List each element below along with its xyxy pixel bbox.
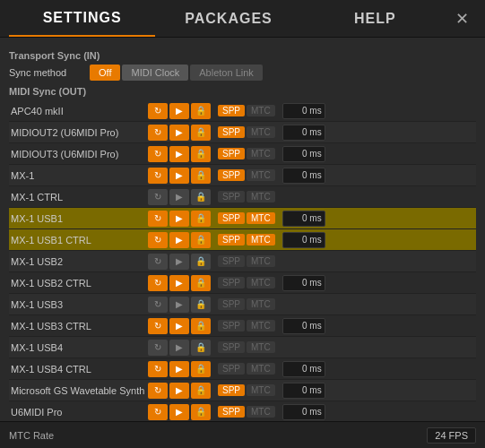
- spp-button[interactable]: SPP: [218, 234, 245, 246]
- play-button[interactable]: ▶: [169, 340, 189, 356]
- lock-button[interactable]: 🔒: [191, 340, 211, 356]
- ms-input[interactable]: [282, 318, 325, 334]
- nav-packages[interactable]: PACKAGES: [155, 2, 301, 36]
- spp-button[interactable]: SPP: [218, 384, 245, 396]
- clock-button[interactable]: ↻: [148, 103, 168, 119]
- ms-input[interactable]: [282, 168, 325, 184]
- clock-button[interactable]: ↻: [148, 146, 168, 162]
- spp-button[interactable]: SPP: [218, 255, 245, 267]
- mtc-button[interactable]: MTC: [247, 255, 275, 267]
- spp-button[interactable]: SPP: [218, 191, 245, 202]
- mtc-button[interactable]: MTC: [247, 277, 275, 289]
- spp-button[interactable]: SPP: [218, 169, 245, 181]
- close-button[interactable]: ✕: [448, 5, 476, 32]
- mtc-button[interactable]: MTC: [247, 126, 275, 138]
- play-button[interactable]: ▶: [169, 275, 189, 291]
- play-button[interactable]: ▶: [169, 168, 189, 184]
- clock-button[interactable]: ↻: [148, 232, 168, 248]
- clock-button[interactable]: ↻: [148, 361, 168, 377]
- clock-button[interactable]: ↻: [148, 211, 168, 227]
- play-button[interactable]: ▶: [169, 211, 189, 227]
- clock-button[interactable]: ↻: [148, 340, 168, 356]
- play-button[interactable]: ▶: [169, 383, 189, 399]
- lock-button[interactable]: 🔒: [191, 318, 211, 334]
- sync-off-button[interactable]: Off: [90, 65, 120, 81]
- spp-button[interactable]: SPP: [218, 212, 245, 224]
- clock-button[interactable]: ↻: [148, 254, 168, 270]
- lock-button[interactable]: 🔒: [191, 146, 211, 162]
- play-button[interactable]: ▶: [169, 297, 189, 313]
- clock-button[interactable]: ↻: [148, 318, 168, 334]
- mtc-button[interactable]: MTC: [247, 212, 275, 224]
- clock-button[interactable]: ↻: [148, 189, 168, 205]
- device-name: MX-1 USB1: [9, 213, 148, 224]
- lock-button[interactable]: 🔒: [191, 125, 211, 141]
- ms-input[interactable]: [282, 383, 325, 399]
- sync-method-label: Sync method: [9, 67, 90, 78]
- ms-input[interactable]: [282, 146, 325, 162]
- sync-midi-clock-button[interactable]: MIDI Clock: [122, 65, 188, 81]
- lock-button[interactable]: 🔒: [191, 103, 211, 119]
- lock-button[interactable]: 🔒: [191, 232, 211, 248]
- mtc-button[interactable]: MTC: [247, 148, 275, 159]
- play-button[interactable]: ▶: [169, 189, 189, 205]
- mtc-button[interactable]: MTC: [247, 234, 275, 246]
- spp-button[interactable]: SPP: [218, 341, 245, 353]
- spp-button[interactable]: SPP: [218, 148, 245, 159]
- lock-button[interactable]: 🔒: [191, 404, 211, 420]
- spp-button[interactable]: SPP: [218, 320, 245, 332]
- clock-button[interactable]: ↻: [148, 168, 168, 184]
- ms-input[interactable]: [282, 232, 325, 248]
- ms-input[interactable]: [282, 211, 325, 227]
- device-controls: ↻▶🔒SPPMTC: [148, 168, 476, 184]
- play-button[interactable]: ▶: [169, 103, 189, 119]
- spp-button[interactable]: SPP: [218, 126, 245, 138]
- device-controls: ↻▶🔒SPPMTC: [148, 404, 476, 420]
- mtc-button[interactable]: MTC: [247, 406, 275, 418]
- mtc-button[interactable]: MTC: [247, 341, 275, 353]
- device-controls: ↻▶🔒SPPMTC: [148, 125, 476, 141]
- clock-button[interactable]: ↻: [148, 297, 168, 313]
- lock-button[interactable]: 🔒: [191, 297, 211, 313]
- ms-input[interactable]: [282, 361, 325, 377]
- lock-button[interactable]: 🔒: [191, 383, 211, 399]
- mtc-button[interactable]: MTC: [247, 191, 275, 202]
- spp-button[interactable]: SPP: [218, 363, 245, 375]
- spp-button[interactable]: SPP: [218, 105, 245, 116]
- play-button[interactable]: ▶: [169, 404, 189, 420]
- play-button[interactable]: ▶: [169, 232, 189, 248]
- sync-ableton-link-button[interactable]: Ableton Link: [190, 65, 263, 81]
- ms-input[interactable]: [282, 125, 325, 141]
- lock-button[interactable]: 🔒: [191, 254, 211, 270]
- mtc-button[interactable]: MTC: [247, 105, 275, 116]
- mtc-button[interactable]: MTC: [247, 384, 275, 396]
- spp-button[interactable]: SPP: [218, 298, 245, 310]
- spp-button[interactable]: SPP: [218, 277, 245, 289]
- lock-button[interactable]: 🔒: [191, 275, 211, 291]
- play-button[interactable]: ▶: [169, 254, 189, 270]
- lock-button[interactable]: 🔒: [191, 361, 211, 377]
- ms-input[interactable]: [282, 103, 325, 119]
- device-name: MX-1 USB4: [9, 342, 148, 353]
- play-button[interactable]: ▶: [169, 146, 189, 162]
- lock-button[interactable]: 🔒: [191, 189, 211, 205]
- clock-button[interactable]: ↻: [148, 404, 168, 420]
- device-name: Microsoft GS Wavetable Synth: [9, 385, 148, 396]
- lock-button[interactable]: 🔒: [191, 168, 211, 184]
- play-button[interactable]: ▶: [169, 361, 189, 377]
- ms-input[interactable]: [282, 275, 325, 291]
- ms-input[interactable]: [282, 404, 325, 420]
- clock-button[interactable]: ↻: [148, 383, 168, 399]
- mtc-button[interactable]: MTC: [247, 320, 275, 332]
- clock-button[interactable]: ↻: [148, 275, 168, 291]
- lock-button[interactable]: 🔒: [191, 211, 211, 227]
- play-button[interactable]: ▶: [169, 318, 189, 334]
- nav-help[interactable]: HELP: [302, 2, 448, 36]
- mtc-button[interactable]: MTC: [247, 169, 275, 181]
- spp-button[interactable]: SPP: [218, 406, 245, 418]
- nav-settings[interactable]: SETTINGS: [9, 1, 155, 37]
- clock-button[interactable]: ↻: [148, 125, 168, 141]
- mtc-button[interactable]: MTC: [247, 298, 275, 310]
- mtc-button[interactable]: MTC: [247, 363, 275, 375]
- play-button[interactable]: ▶: [169, 125, 189, 141]
